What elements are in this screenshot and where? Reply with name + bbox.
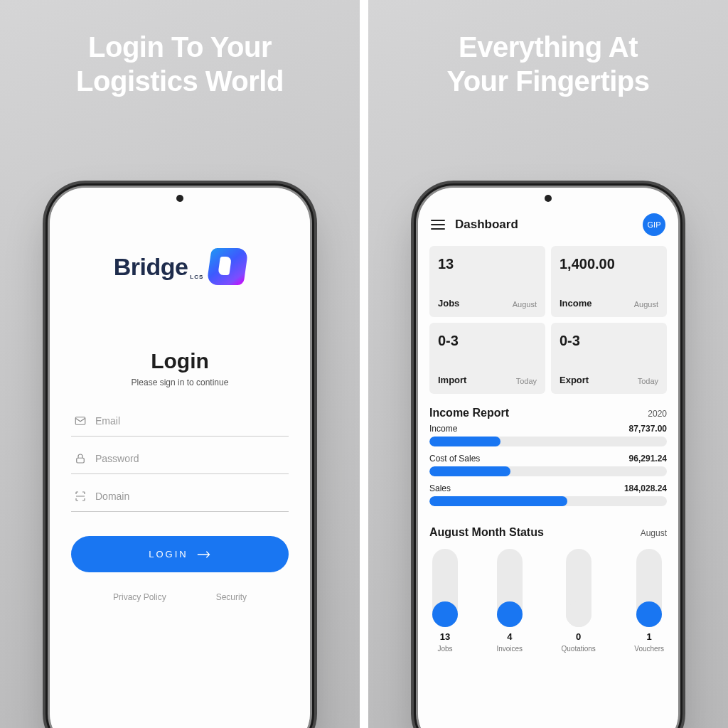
login-subheading: Please sign in to continue [132, 378, 229, 387]
stat-label: Import [438, 375, 466, 385]
income-report-header: Income Report 2020 [429, 407, 667, 419]
status-label: Quotations [562, 645, 596, 653]
status-pill [566, 549, 592, 627]
progress-fill [429, 437, 500, 446]
metric-cost-of-sales: Cost of Sales 96,291.24 [429, 454, 667, 476]
svg-rect-1 [77, 458, 85, 463]
stat-card-jobs[interactable]: 13 Jobs August [429, 246, 545, 317]
stat-value: 13 [438, 256, 537, 272]
stat-period: Today [638, 377, 658, 385]
svg-rect-0 [75, 417, 85, 425]
hero-line2: Logistics World [0, 64, 360, 98]
stat-value: 1,400.00 [560, 256, 658, 272]
login-heading: Login [151, 349, 209, 373]
status-count: 13 [440, 631, 450, 642]
status-pill [497, 549, 523, 627]
progress-fill [429, 466, 510, 476]
login-button[interactable]: LOGIN [71, 536, 289, 572]
stat-card-export[interactable]: 0-3 Export Today [551, 323, 667, 394]
arrow-right-icon [197, 550, 211, 560]
status-knob [497, 601, 523, 627]
month-status-header: August Month Status August [429, 526, 667, 539]
status-pill [432, 549, 458, 627]
status-knob [566, 601, 592, 627]
topbar: Dashboard GIP [429, 209, 667, 246]
domain-input[interactable] [95, 491, 286, 502]
dashboard-screen: Dashboard GIP 13 Jobs August 1,400.00 [418, 188, 678, 728]
progress-fill [429, 496, 567, 506]
stat-card-import[interactable]: 0-3 Import Today [429, 323, 545, 394]
stat-period: August [634, 300, 658, 309]
status-pill [636, 549, 662, 627]
metric-value: 87,737.00 [629, 424, 667, 434]
status-label: Invoices [496, 645, 523, 653]
metric-income: Income 87,737.00 [429, 424, 667, 446]
scan-icon [74, 490, 87, 503]
status-invoices: 4 Invoices [496, 549, 523, 653]
logo-text: Bridge [114, 253, 188, 281]
page-title: Dashboard [455, 218, 633, 232]
status-label: Vouchers [634, 645, 664, 653]
app-logo: Bridge LCS [114, 248, 247, 285]
section-year: 2020 [648, 409, 667, 419]
status-count: 0 [576, 631, 581, 642]
stat-card-income[interactable]: 1,400.00 Income August [551, 246, 667, 317]
phone-frame-login: Bridge LCS Login Please sign in to conti… [50, 188, 310, 728]
email-input[interactable] [95, 415, 286, 427]
progress-bar [429, 496, 667, 506]
phone-frame-dashboard: Dashboard GIP 13 Jobs August 1,400.00 [418, 188, 678, 728]
stat-label: Income [560, 298, 592, 309]
email-field-row[interactable] [71, 406, 289, 437]
metric-value: 184,028.24 [624, 483, 667, 493]
stat-label: Jobs [438, 298, 459, 309]
avatar[interactable]: GIP [643, 213, 665, 236]
lock-icon [74, 452, 87, 465]
menu-icon[interactable] [431, 220, 445, 230]
security-link[interactable]: Security [216, 592, 247, 602]
stat-period: Today [516, 377, 537, 385]
domain-field-row[interactable] [71, 481, 289, 512]
section-title: August Month Status [429, 526, 544, 539]
status-count: 1 [647, 631, 652, 642]
progress-bar [429, 437, 667, 446]
stat-cards: 13 Jobs August 1,400.00 Income August [429, 246, 667, 394]
password-field-row[interactable] [71, 444, 289, 474]
status-vouchers: 1 Vouchers [634, 549, 664, 653]
login-promo-panel: Login To Your Logistics World Bridge LCS… [0, 0, 360, 728]
metric-label: Income [429, 424, 457, 434]
hero-line1: Login To Your [0, 30, 360, 64]
password-input[interactable] [95, 453, 286, 464]
status-knob [636, 601, 662, 627]
status-jobs: 13 Jobs [432, 549, 458, 653]
mail-icon [74, 414, 87, 427]
stat-label: Export [560, 375, 589, 385]
stat-value: 0-3 [438, 333, 537, 349]
hero-text: Everything At Your Fingertips [368, 30, 728, 98]
status-count: 4 [507, 631, 512, 642]
privacy-link[interactable]: Privacy Policy [113, 592, 166, 602]
footer-links: Privacy Policy Security [113, 592, 247, 602]
hero-line2: Your Fingertips [368, 64, 728, 98]
logo-subtext: LCS [190, 274, 203, 280]
metric-value: 96,291.24 [629, 454, 667, 464]
metric-label: Sales [429, 483, 451, 493]
section-title: Income Report [429, 407, 509, 419]
hero-line1: Everything At [368, 30, 728, 64]
progress-bar [429, 466, 667, 476]
metric-label: Cost of Sales [429, 454, 480, 464]
stat-period: August [513, 300, 537, 309]
login-screen: Bridge LCS Login Please sign in to conti… [50, 188, 310, 728]
month-status-chart: 13 Jobs 4 Invoices 0 Quotations [429, 549, 667, 653]
login-button-label: LOGIN [149, 549, 188, 560]
hero-text: Login To Your Logistics World [0, 30, 360, 98]
stat-value: 0-3 [560, 333, 658, 349]
status-label: Jobs [437, 645, 452, 653]
status-knob [432, 601, 458, 627]
dashboard-promo-panel: Everything At Your Fingertips Dashboard … [368, 0, 728, 728]
metric-sales: Sales 184,028.24 [429, 483, 667, 506]
section-period: August [641, 528, 667, 538]
logo-mark-icon [207, 248, 249, 285]
status-quotations: 0 Quotations [562, 549, 596, 653]
